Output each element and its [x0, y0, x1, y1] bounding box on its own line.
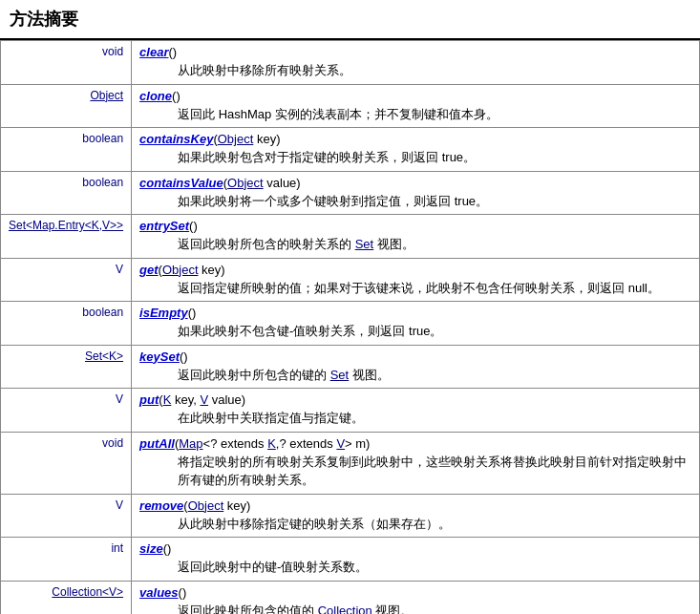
- method-detail-cell: put(K key, V value)在此映射中关联指定值与指定键。: [132, 389, 700, 433]
- return-type-link[interactable]: Set<Map.Entry<K,V>>: [9, 219, 123, 232]
- return-type-link[interactable]: Set<K>: [85, 349, 123, 363]
- method-detail-cell: size()返回此映射中的键-值映射关系数。: [132, 538, 700, 582]
- return-type-cell: Collection<V>: [1, 581, 132, 614]
- return-type-cell: V: [1, 494, 132, 538]
- method-detail-cell: get(Object key)返回指定键所映射的值；如果对于该键来说，此映射不包…: [132, 258, 700, 302]
- return-type-cell: Set<Map.Entry<K,V>>: [1, 215, 132, 259]
- return-type-cell: V: [1, 389, 132, 433]
- collection-link[interactable]: Collection: [318, 603, 372, 615]
- method-description: 返回此 HashMap 实例的浅表副本；并不复制键和值本身。: [139, 105, 691, 124]
- method-detail-cell: putAll(Map<? extends K,? extends V> m)将指…: [132, 432, 700, 494]
- method-description: 从此映射中移除所有映射关系。: [139, 61, 691, 80]
- method-link[interactable]: containsValue: [139, 176, 223, 190]
- method-description: 返回此映射中的键-值映射关系数。: [139, 558, 691, 577]
- return-type-link[interactable]: Collection<V>: [52, 585, 123, 599]
- return-type-cell: V: [1, 258, 132, 302]
- method-description: 返回此映射中所包含的键的 Set 视图。: [139, 366, 691, 385]
- param-k-link[interactable]: K: [267, 436, 276, 451]
- method-detail-cell: values()返回此映射所包含的值的 Collection 视图。: [132, 581, 700, 614]
- method-link[interactable]: get: [139, 263, 159, 277]
- method-link[interactable]: isEmpty: [139, 306, 188, 320]
- return-type-cell: int: [1, 538, 132, 582]
- method-link[interactable]: remove: [139, 498, 183, 513]
- param-v-link[interactable]: V: [200, 392, 208, 407]
- method-link[interactable]: containsKey: [139, 132, 213, 146]
- method-detail-cell: keySet()返回此映射中所包含的键的 Set 视图。: [132, 345, 700, 389]
- method-description: 返回此映射所包含的映射关系的 Set 视图。: [139, 235, 691, 254]
- method-description: 如果此映射包含对于指定键的映射关系，则返回 true。: [139, 148, 691, 167]
- param-k-link[interactable]: K: [163, 392, 172, 407]
- method-detail-cell: containsValue(Object value)如果此映射将一个或多个键映…: [132, 171, 700, 215]
- method-description: 返回此映射所包含的值的 Collection 视图。: [139, 602, 691, 615]
- return-type-cell: boolean: [1, 128, 132, 172]
- return-type-cell: void: [1, 432, 132, 494]
- method-description: 返回指定键所映射的值；如果对于该键来说，此映射不包含任何映射关系，则返回 nul…: [139, 279, 691, 298]
- method-table: voidclear()从此映射中移除所有映射关系。Objectclone()返回…: [0, 40, 700, 614]
- method-link[interactable]: clear: [139, 45, 168, 59]
- method-description: 如果此映射将一个或多个键映射到指定值，则返回 true。: [139, 192, 691, 211]
- method-description: 将指定映射的所有映射关系复制到此映射中，这些映射关系将替换此映射目前针对指定映射…: [139, 453, 691, 490]
- method-link[interactable]: put: [139, 392, 159, 407]
- set-link[interactable]: Set: [355, 237, 374, 251]
- param-v-link[interactable]: V: [336, 436, 345, 451]
- method-detail-cell: entrySet()返回此映射所包含的映射关系的 Set 视图。: [132, 215, 700, 259]
- method-link[interactable]: size: [139, 541, 163, 556]
- page-title: 方法摘要: [0, 0, 700, 40]
- param-map-link[interactable]: Map: [179, 436, 202, 451]
- set-link[interactable]: Set: [330, 368, 350, 382]
- param-type-link[interactable]: Object: [162, 263, 199, 277]
- return-type-cell: boolean: [1, 171, 132, 215]
- method-description: 在此映射中关联指定值与指定键。: [139, 409, 691, 428]
- method-link[interactable]: keySet: [139, 349, 180, 364]
- method-detail-cell: clear()从此映射中移除所有映射关系。: [132, 41, 700, 85]
- param-type-link[interactable]: Object: [218, 132, 254, 146]
- method-detail-cell: remove(Object key)从此映射中移除指定键的映射关系（如果存在）。: [132, 494, 700, 538]
- method-description: 从此映射中移除指定键的映射关系（如果存在）。: [139, 515, 691, 534]
- return-type-link[interactable]: Object: [90, 89, 123, 102]
- param-type-link[interactable]: Object: [188, 498, 224, 513]
- method-description: 如果此映射不包含键-值映射关系，则返回 true。: [139, 322, 691, 341]
- method-link[interactable]: values: [139, 585, 178, 600]
- return-type-cell: Object: [1, 84, 132, 128]
- method-detail-cell: clone()返回此 HashMap 实例的浅表副本；并不复制键和值本身。: [132, 84, 700, 128]
- method-detail-cell: isEmpty()如果此映射不包含键-值映射关系，则返回 true。: [132, 302, 700, 346]
- return-type-cell: void: [1, 41, 132, 85]
- method-link[interactable]: putAll: [139, 436, 175, 451]
- method-detail-cell: containsKey(Object key)如果此映射包含对于指定键的映射关系…: [132, 128, 700, 172]
- return-type-cell: boolean: [1, 302, 132, 346]
- return-type-cell: Set<K>: [1, 345, 132, 389]
- param-type-link[interactable]: Object: [227, 176, 264, 190]
- method-link[interactable]: entrySet: [139, 219, 189, 233]
- method-link[interactable]: clone: [139, 89, 172, 103]
